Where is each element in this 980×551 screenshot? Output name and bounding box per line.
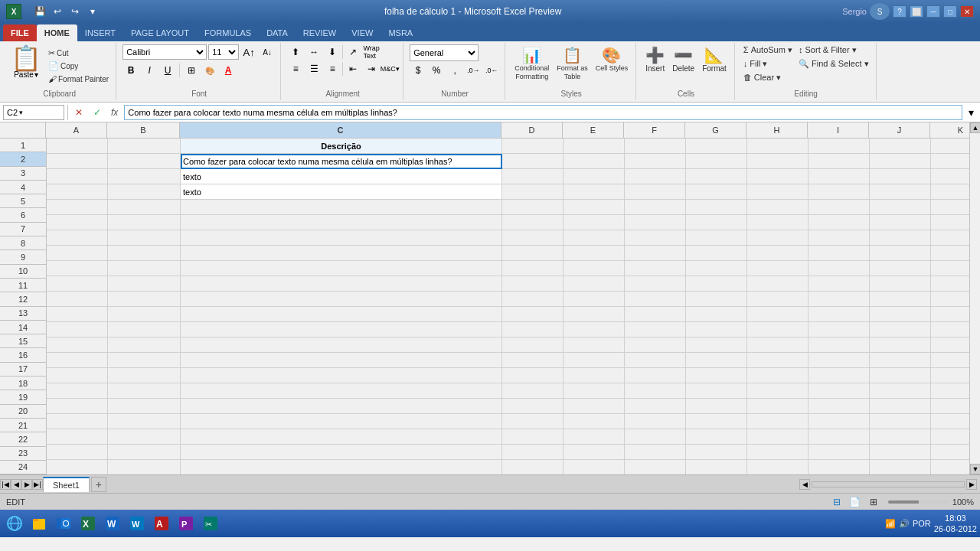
sheet-tab-sheet1[interactable]: Sheet1: [43, 477, 90, 492]
cell-g21[interactable]: [686, 445, 747, 460]
cell-k18[interactable]: [931, 399, 969, 414]
cell-i5[interactable]: [808, 200, 870, 215]
row-header-13[interactable]: 13: [0, 307, 46, 321]
cell-j7[interactable]: [870, 230, 931, 246]
cell-i17[interactable]: [808, 383, 870, 399]
cell-a20[interactable]: [47, 429, 108, 445]
cell-i8[interactable]: [808, 246, 870, 261]
cell-f20[interactable]: [625, 429, 686, 445]
cancel-formula-button[interactable]: ✕: [71, 105, 87, 120]
cell-e2[interactable]: [564, 154, 625, 169]
cell-b6[interactable]: [108, 215, 181, 230]
align-left-button[interactable]: ≡: [287, 61, 304, 77]
cell-k5[interactable]: [931, 200, 969, 215]
cell-b12[interactable]: [108, 307, 181, 322]
cell-h3[interactable]: [747, 169, 808, 184]
name-box[interactable]: C2 ▾: [3, 105, 64, 120]
cell-c5[interactable]: [181, 200, 502, 215]
cell-b16[interactable]: [108, 368, 181, 383]
cell-e17[interactable]: [564, 383, 625, 399]
cell-f15[interactable]: [625, 353, 686, 368]
cell-e21[interactable]: [564, 445, 625, 460]
cell-e1[interactable]: [564, 139, 625, 154]
cell-g13[interactable]: [686, 322, 747, 337]
conditional-formatting-button[interactable]: 📊 ConditionalFormatting: [511, 44, 552, 83]
ie-icon[interactable]: [3, 512, 26, 535]
cell-k17[interactable]: [931, 383, 969, 399]
cell-b10[interactable]: [108, 276, 181, 292]
horizontal-scroll-left[interactable]: ◀: [799, 479, 810, 490]
cell-e16[interactable]: [564, 368, 625, 383]
cell-f6[interactable]: [625, 215, 686, 230]
cell-c4[interactable]: texto: [181, 184, 502, 200]
cell-k12[interactable]: [931, 307, 969, 322]
cell-k4[interactable]: [931, 184, 969, 200]
cell-f4[interactable]: [625, 184, 686, 200]
cell-d15[interactable]: [502, 353, 564, 368]
cell-e20[interactable]: [564, 429, 625, 445]
cell-e3[interactable]: [564, 169, 625, 184]
cell-h16[interactable]: [747, 368, 808, 383]
cell-k9[interactable]: [931, 261, 969, 276]
fill-button[interactable]: ↓ Fill ▾: [741, 58, 795, 70]
cell-b4[interactable]: [108, 184, 181, 200]
cell-c13[interactable]: [181, 322, 502, 337]
cell-i13[interactable]: [808, 322, 870, 337]
tab-insert[interactable]: INSERT: [77, 24, 123, 41]
cell-i14[interactable]: [808, 337, 870, 353]
cell-e9[interactable]: [564, 261, 625, 276]
cell-j1[interactable]: [870, 139, 931, 154]
cell-a19[interactable]: [47, 414, 108, 429]
cell-b3[interactable]: [108, 169, 181, 184]
cell-a3[interactable]: [47, 169, 108, 184]
autosum-button[interactable]: Σ AutoSum ▾: [741, 44, 795, 56]
cell-c11[interactable]: [181, 292, 502, 307]
cell-b7[interactable]: [108, 230, 181, 246]
cell-d21[interactable]: [502, 445, 564, 460]
cell-f16[interactable]: [625, 368, 686, 383]
cell-j15[interactable]: [870, 353, 931, 368]
cell-i3[interactable]: [808, 169, 870, 184]
cell-b2[interactable]: [108, 154, 181, 169]
cell-h6[interactable]: [747, 215, 808, 230]
cell-e5[interactable]: [564, 200, 625, 215]
cell-i6[interactable]: [808, 215, 870, 230]
cell-b19[interactable]: [108, 414, 181, 429]
cell-g18[interactable]: [686, 399, 747, 414]
col-header-d[interactable]: D: [501, 122, 563, 138]
cell-f7[interactable]: [625, 230, 686, 246]
cell-e14[interactable]: [564, 337, 625, 353]
cell-d14[interactable]: [502, 337, 564, 353]
cell-h7[interactable]: [747, 230, 808, 246]
cell-h5[interactable]: [747, 200, 808, 215]
cell-h1[interactable]: [747, 139, 808, 154]
cell-g1[interactable]: [686, 139, 747, 154]
cell-i18[interactable]: [808, 399, 870, 414]
tab-data[interactable]: DATA: [259, 24, 296, 41]
cell-i16[interactable]: [808, 368, 870, 383]
cell-a21[interactable]: [47, 445, 108, 460]
cell-j9[interactable]: [870, 261, 931, 276]
col-header-h[interactable]: H: [746, 122, 808, 138]
cell-f5[interactable]: [625, 200, 686, 215]
cell-g14[interactable]: [686, 337, 747, 353]
cell-c16[interactable]: [181, 368, 502, 383]
row-header-15[interactable]: 15: [0, 334, 46, 348]
cell-c20[interactable]: [181, 429, 502, 445]
cell-j19[interactable]: [870, 414, 931, 429]
tab-msra[interactable]: MSRA: [381, 24, 420, 41]
cell-j13[interactable]: [870, 322, 931, 337]
cell-h9[interactable]: [747, 261, 808, 276]
cell-h2[interactable]: [747, 154, 808, 169]
cell-j18[interactable]: [870, 399, 931, 414]
cell-h15[interactable]: [747, 353, 808, 368]
cell-h21[interactable]: [747, 445, 808, 460]
paste-button[interactable]: 📋 Paste▾: [8, 44, 44, 80]
explorer-icon[interactable]: [28, 512, 51, 535]
cell-d19[interactable]: [502, 414, 564, 429]
cell-a12[interactable]: [47, 307, 108, 322]
scroll-up-button[interactable]: ▲: [970, 122, 980, 133]
row-header-14[interactable]: 14: [0, 321, 46, 334]
cell-a1[interactable]: [47, 139, 108, 154]
row-header-22[interactable]: 22: [0, 432, 46, 446]
